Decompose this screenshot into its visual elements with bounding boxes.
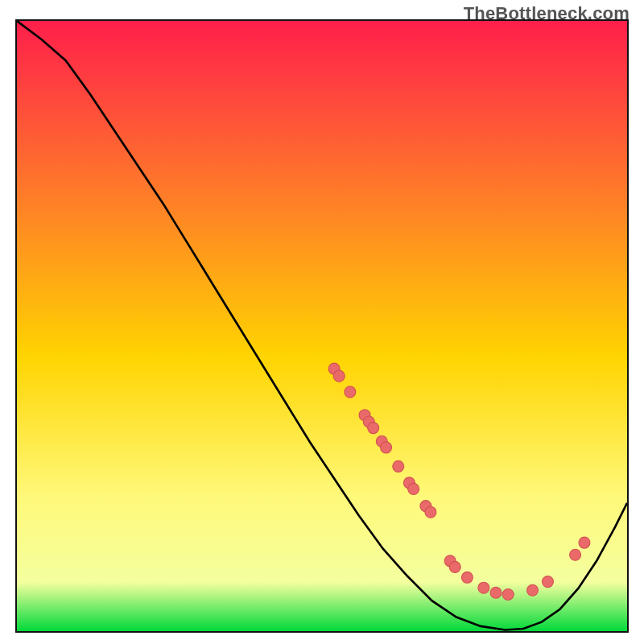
data-point-14 bbox=[449, 561, 460, 572]
data-point-19 bbox=[527, 584, 539, 596]
data-point-21 bbox=[570, 549, 581, 560]
data-point-7 bbox=[381, 442, 392, 453]
data-points bbox=[328, 363, 590, 600]
chart-stage: TheBottleneck.com bbox=[0, 0, 644, 644]
data-point-16 bbox=[478, 582, 489, 593]
plot-area bbox=[15, 19, 629, 633]
curve-line bbox=[17, 21, 627, 630]
data-point-22 bbox=[579, 537, 590, 548]
data-point-2 bbox=[345, 386, 356, 398]
data-point-1 bbox=[333, 370, 345, 382]
data-point-8 bbox=[393, 460, 404, 472]
data-point-15 bbox=[461, 572, 473, 583]
data-point-17 bbox=[490, 587, 502, 598]
data-point-10 bbox=[408, 483, 419, 494]
data-point-18 bbox=[502, 589, 514, 601]
data-point-12 bbox=[425, 506, 436, 518]
chart-svg bbox=[17, 21, 627, 631]
data-point-20 bbox=[542, 576, 553, 588]
data-point-5 bbox=[368, 423, 379, 434]
